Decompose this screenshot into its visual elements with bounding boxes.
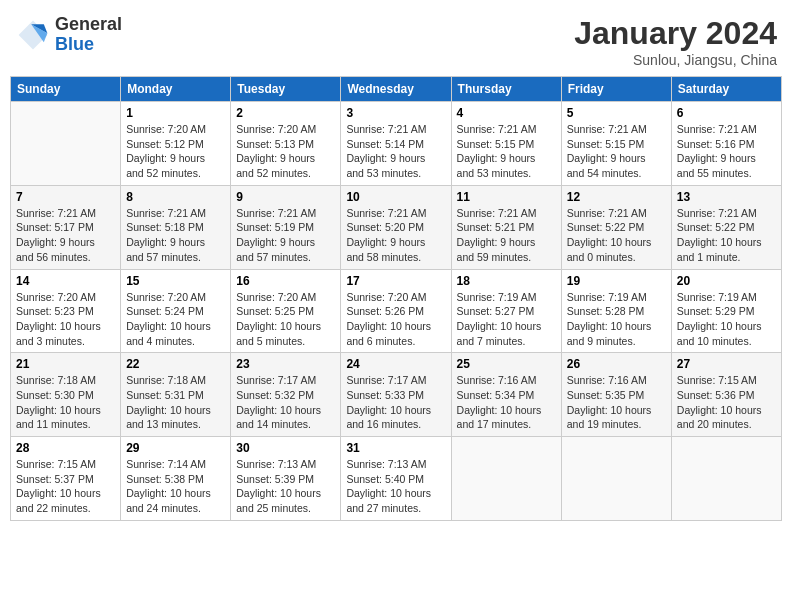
calendar-header-thursday: Thursday <box>451 77 561 102</box>
calendar-cell: 14Sunrise: 7:20 AM Sunset: 5:23 PM Dayli… <box>11 269 121 353</box>
calendar-cell: 18Sunrise: 7:19 AM Sunset: 5:27 PM Dayli… <box>451 269 561 353</box>
calendar-cell: 7Sunrise: 7:21 AM Sunset: 5:17 PM Daylig… <box>11 185 121 269</box>
day-info: Sunrise: 7:19 AM Sunset: 5:29 PM Dayligh… <box>677 290 776 349</box>
calendar-header-friday: Friday <box>561 77 671 102</box>
calendar-cell: 17Sunrise: 7:20 AM Sunset: 5:26 PM Dayli… <box>341 269 451 353</box>
day-number: 25 <box>457 357 556 371</box>
calendar-cell <box>671 437 781 521</box>
day-info: Sunrise: 7:17 AM Sunset: 5:33 PM Dayligh… <box>346 373 445 432</box>
day-info: Sunrise: 7:21 AM Sunset: 5:18 PM Dayligh… <box>126 206 225 265</box>
logo-icon <box>15 17 51 53</box>
logo-general: General <box>55 15 122 35</box>
calendar-cell: 24Sunrise: 7:17 AM Sunset: 5:33 PM Dayli… <box>341 353 451 437</box>
day-info: Sunrise: 7:15 AM Sunset: 5:37 PM Dayligh… <box>16 457 115 516</box>
day-info: Sunrise: 7:20 AM Sunset: 5:25 PM Dayligh… <box>236 290 335 349</box>
day-info: Sunrise: 7:21 AM Sunset: 5:14 PM Dayligh… <box>346 122 445 181</box>
calendar-cell: 11Sunrise: 7:21 AM Sunset: 5:21 PM Dayli… <box>451 185 561 269</box>
calendar-cell: 13Sunrise: 7:21 AM Sunset: 5:22 PM Dayli… <box>671 185 781 269</box>
calendar-cell: 9Sunrise: 7:21 AM Sunset: 5:19 PM Daylig… <box>231 185 341 269</box>
day-info: Sunrise: 7:15 AM Sunset: 5:36 PM Dayligh… <box>677 373 776 432</box>
day-number: 10 <box>346 190 445 204</box>
day-info: Sunrise: 7:17 AM Sunset: 5:32 PM Dayligh… <box>236 373 335 432</box>
day-number: 24 <box>346 357 445 371</box>
calendar-cell: 1Sunrise: 7:20 AM Sunset: 5:12 PM Daylig… <box>121 102 231 186</box>
day-info: Sunrise: 7:20 AM Sunset: 5:24 PM Dayligh… <box>126 290 225 349</box>
calendar-table: SundayMondayTuesdayWednesdayThursdayFrid… <box>10 76 782 521</box>
day-number: 9 <box>236 190 335 204</box>
logo: General Blue <box>15 15 122 55</box>
calendar-cell: 16Sunrise: 7:20 AM Sunset: 5:25 PM Dayli… <box>231 269 341 353</box>
calendar-cell <box>451 437 561 521</box>
calendar-cell: 27Sunrise: 7:15 AM Sunset: 5:36 PM Dayli… <box>671 353 781 437</box>
calendar-cell: 22Sunrise: 7:18 AM Sunset: 5:31 PM Dayli… <box>121 353 231 437</box>
day-info: Sunrise: 7:19 AM Sunset: 5:28 PM Dayligh… <box>567 290 666 349</box>
day-info: Sunrise: 7:21 AM Sunset: 5:20 PM Dayligh… <box>346 206 445 265</box>
day-number: 11 <box>457 190 556 204</box>
day-number: 13 <box>677 190 776 204</box>
day-info: Sunrise: 7:18 AM Sunset: 5:31 PM Dayligh… <box>126 373 225 432</box>
calendar-header-saturday: Saturday <box>671 77 781 102</box>
day-number: 26 <box>567 357 666 371</box>
day-info: Sunrise: 7:21 AM Sunset: 5:21 PM Dayligh… <box>457 206 556 265</box>
location: Sunlou, Jiangsu, China <box>574 52 777 68</box>
day-number: 21 <box>16 357 115 371</box>
day-number: 6 <box>677 106 776 120</box>
calendar-cell: 19Sunrise: 7:19 AM Sunset: 5:28 PM Dayli… <box>561 269 671 353</box>
logo-text: General Blue <box>55 15 122 55</box>
day-number: 22 <box>126 357 225 371</box>
calendar-cell: 10Sunrise: 7:21 AM Sunset: 5:20 PM Dayli… <box>341 185 451 269</box>
calendar-header-tuesday: Tuesday <box>231 77 341 102</box>
day-info: Sunrise: 7:21 AM Sunset: 5:16 PM Dayligh… <box>677 122 776 181</box>
day-info: Sunrise: 7:21 AM Sunset: 5:15 PM Dayligh… <box>457 122 556 181</box>
day-info: Sunrise: 7:21 AM Sunset: 5:15 PM Dayligh… <box>567 122 666 181</box>
day-number: 2 <box>236 106 335 120</box>
calendar-cell: 15Sunrise: 7:20 AM Sunset: 5:24 PM Dayli… <box>121 269 231 353</box>
day-number: 20 <box>677 274 776 288</box>
day-number: 12 <box>567 190 666 204</box>
calendar-cell <box>561 437 671 521</box>
day-info: Sunrise: 7:16 AM Sunset: 5:35 PM Dayligh… <box>567 373 666 432</box>
day-number: 17 <box>346 274 445 288</box>
calendar-cell: 8Sunrise: 7:21 AM Sunset: 5:18 PM Daylig… <box>121 185 231 269</box>
calendar-cell: 29Sunrise: 7:14 AM Sunset: 5:38 PM Dayli… <box>121 437 231 521</box>
day-number: 3 <box>346 106 445 120</box>
day-number: 18 <box>457 274 556 288</box>
day-number: 28 <box>16 441 115 455</box>
day-number: 29 <box>126 441 225 455</box>
calendar-cell: 20Sunrise: 7:19 AM Sunset: 5:29 PM Dayli… <box>671 269 781 353</box>
calendar-cell <box>11 102 121 186</box>
day-number: 23 <box>236 357 335 371</box>
day-info: Sunrise: 7:20 AM Sunset: 5:13 PM Dayligh… <box>236 122 335 181</box>
day-info: Sunrise: 7:18 AM Sunset: 5:30 PM Dayligh… <box>16 373 115 432</box>
calendar-cell: 23Sunrise: 7:17 AM Sunset: 5:32 PM Dayli… <box>231 353 341 437</box>
calendar-cell: 21Sunrise: 7:18 AM Sunset: 5:30 PM Dayli… <box>11 353 121 437</box>
day-info: Sunrise: 7:13 AM Sunset: 5:39 PM Dayligh… <box>236 457 335 516</box>
day-info: Sunrise: 7:13 AM Sunset: 5:40 PM Dayligh… <box>346 457 445 516</box>
calendar-cell: 25Sunrise: 7:16 AM Sunset: 5:34 PM Dayli… <box>451 353 561 437</box>
page-header: General Blue January 2024 Sunlou, Jiangs… <box>10 10 782 68</box>
day-info: Sunrise: 7:14 AM Sunset: 5:38 PM Dayligh… <box>126 457 225 516</box>
calendar-header-row: SundayMondayTuesdayWednesdayThursdayFrid… <box>11 77 782 102</box>
calendar-cell: 30Sunrise: 7:13 AM Sunset: 5:39 PM Dayli… <box>231 437 341 521</box>
day-number: 14 <box>16 274 115 288</box>
day-info: Sunrise: 7:21 AM Sunset: 5:22 PM Dayligh… <box>677 206 776 265</box>
day-info: Sunrise: 7:21 AM Sunset: 5:22 PM Dayligh… <box>567 206 666 265</box>
day-number: 4 <box>457 106 556 120</box>
calendar-header-wednesday: Wednesday <box>341 77 451 102</box>
calendar-week-row: 7Sunrise: 7:21 AM Sunset: 5:17 PM Daylig… <box>11 185 782 269</box>
title-block: January 2024 Sunlou, Jiangsu, China <box>574 15 777 68</box>
calendar-cell: 2Sunrise: 7:20 AM Sunset: 5:13 PM Daylig… <box>231 102 341 186</box>
day-info: Sunrise: 7:20 AM Sunset: 5:12 PM Dayligh… <box>126 122 225 181</box>
month-title: January 2024 <box>574 15 777 52</box>
calendar-cell: 12Sunrise: 7:21 AM Sunset: 5:22 PM Dayli… <box>561 185 671 269</box>
calendar-cell: 26Sunrise: 7:16 AM Sunset: 5:35 PM Dayli… <box>561 353 671 437</box>
calendar-week-row: 1Sunrise: 7:20 AM Sunset: 5:12 PM Daylig… <box>11 102 782 186</box>
logo-blue: Blue <box>55 35 122 55</box>
day-number: 15 <box>126 274 225 288</box>
day-number: 31 <box>346 441 445 455</box>
day-number: 5 <box>567 106 666 120</box>
calendar-cell: 31Sunrise: 7:13 AM Sunset: 5:40 PM Dayli… <box>341 437 451 521</box>
day-number: 16 <box>236 274 335 288</box>
day-number: 8 <box>126 190 225 204</box>
day-info: Sunrise: 7:19 AM Sunset: 5:27 PM Dayligh… <box>457 290 556 349</box>
